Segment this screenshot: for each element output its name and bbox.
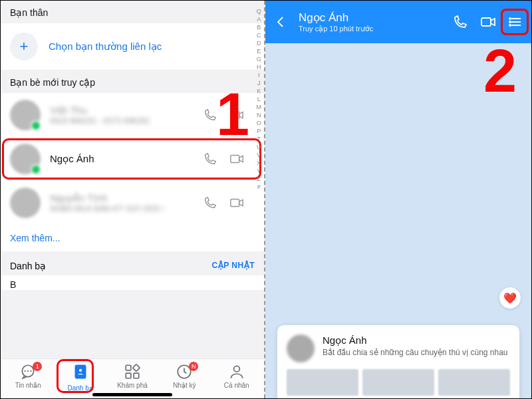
svg-rect-6 bbox=[126, 365, 131, 370]
svg-rect-8 bbox=[126, 373, 131, 378]
tab-label: Danh bạ bbox=[67, 384, 92, 392]
index-letter[interactable]: Z bbox=[257, 175, 261, 183]
chat-title: Ngọc Ánh bbox=[299, 11, 446, 25]
chat-header: Ngọc Ánh Truy cập 10 phút trước bbox=[265, 1, 531, 43]
see-more-link[interactable]: Xem thêm... bbox=[1, 225, 264, 251]
svg-point-11 bbox=[233, 366, 239, 372]
svg-rect-9 bbox=[134, 373, 139, 378]
tab-messages[interactable]: 1 Tin nhắn bbox=[5, 363, 51, 389]
svg-point-15 bbox=[509, 25, 511, 26]
index-letter[interactable]: K bbox=[257, 87, 261, 95]
letter-divider: B bbox=[1, 275, 264, 290]
tab-explore[interactable]: Khám phá bbox=[109, 363, 156, 389]
svg-rect-12 bbox=[481, 18, 491, 26]
svg-point-5 bbox=[78, 369, 81, 372]
share-thumb bbox=[362, 369, 434, 396]
avatar bbox=[10, 144, 41, 174]
video-icon[interactable] bbox=[229, 108, 244, 122]
index-letter[interactable]: A bbox=[257, 15, 261, 23]
index-letter[interactable]: P bbox=[257, 127, 261, 135]
contact-sub: NHẬN MUA BẢN KÝ GỬI SDS ! bbox=[50, 204, 194, 213]
tab-label: Nhật ký bbox=[173, 382, 196, 389]
messages-badge: 1 bbox=[33, 362, 42, 371]
video-icon[interactable] bbox=[229, 196, 244, 210]
contacts-screen: Bạn thân + Chọn bạn thường liên lạc Bạn … bbox=[1, 1, 265, 398]
chat-body: ❤️ Ngọc Ánh Bắt đầu chia sẻ những câu ch… bbox=[265, 43, 531, 398]
phone-icon[interactable] bbox=[203, 196, 217, 210]
contact-row[interactable]: Nguyễn Tính NHẬN MUA BẢN KÝ GỬI SDS ! bbox=[1, 181, 264, 225]
tab-label: Tin nhắn bbox=[15, 382, 41, 389]
section-all-contacts: Danh bạ CẬP NHẬT bbox=[1, 251, 264, 275]
explore-icon bbox=[124, 363, 141, 380]
index-letter[interactable]: C bbox=[257, 31, 261, 39]
section-recent-friends: Bạn bè mới truy cập bbox=[1, 70, 264, 93]
person-icon bbox=[228, 363, 245, 380]
avatar bbox=[287, 334, 315, 362]
plus-icon: + bbox=[10, 33, 38, 61]
contact-sub: 0919 888252 · 0373 098262 bbox=[50, 116, 194, 126]
heart-reaction[interactable]: ❤️ bbox=[499, 287, 521, 309]
svg-point-13 bbox=[509, 18, 511, 19]
index-letter[interactable]: N bbox=[257, 111, 261, 119]
index-letter[interactable]: M bbox=[257, 103, 262, 111]
video-call-button[interactable] bbox=[478, 12, 498, 32]
back-button[interactable] bbox=[271, 12, 291, 32]
chat-status: Truy cập 10 phút trước bbox=[299, 25, 446, 33]
share-thumb bbox=[438, 369, 510, 396]
tab-label: Cá nhân bbox=[224, 382, 249, 389]
index-letter[interactable]: L bbox=[257, 95, 261, 103]
alpha-index[interactable]: QABCDEGHIJKLMNOPTUVXYZ# bbox=[257, 7, 262, 191]
avatar bbox=[10, 100, 41, 130]
contact-name: Việt Thu bbox=[50, 104, 194, 116]
diary-badge: N bbox=[189, 362, 198, 371]
tab-label: Khám phá bbox=[117, 382, 148, 389]
tab-contacts[interactable]: Danh bạ bbox=[57, 363, 104, 392]
index-letter[interactable]: U bbox=[257, 143, 261, 151]
index-letter[interactable]: D bbox=[257, 39, 261, 47]
index-letter[interactable]: J bbox=[257, 79, 261, 87]
voice-call-button[interactable] bbox=[450, 12, 470, 32]
share-card[interactable]: Ngọc Ánh Bắt đầu chia sẻ những câu chuyệ… bbox=[277, 325, 519, 398]
tab-me[interactable]: Cá nhân bbox=[213, 363, 260, 389]
add-frequent-contact-row[interactable]: + Chọn bạn thường liên lạc bbox=[1, 23, 264, 70]
index-letter[interactable]: O bbox=[257, 119, 261, 127]
share-thumb bbox=[287, 369, 358, 396]
svg-point-14 bbox=[509, 21, 511, 23]
avatar bbox=[10, 188, 41, 218]
svg-rect-0 bbox=[231, 112, 239, 119]
menu-button[interactable] bbox=[506, 12, 526, 32]
phone-icon[interactable] bbox=[203, 108, 217, 122]
index-letter[interactable]: I bbox=[258, 71, 260, 79]
tab-bar: 1 Tin nhắn Danh bạ Khám phá N Nhật ký Cá… bbox=[1, 358, 264, 398]
index-letter[interactable]: G bbox=[257, 55, 261, 63]
index-letter[interactable]: V bbox=[257, 151, 261, 159]
contacts-icon bbox=[72, 363, 89, 383]
contact-name: Nguyễn Tính bbox=[50, 192, 194, 204]
index-letter[interactable]: Y bbox=[257, 167, 261, 175]
index-letter[interactable]: # bbox=[257, 183, 261, 191]
index-letter[interactable]: T bbox=[257, 135, 261, 143]
add-frequent-label: Chọn bạn thường liên lạc bbox=[49, 41, 162, 53]
home-indicator bbox=[92, 393, 172, 396]
svg-rect-1 bbox=[231, 156, 239, 163]
share-card-name: Ngọc Ánh bbox=[323, 334, 510, 346]
contact-row[interactable]: Việt Thu 0919 888252 · 0373 098262 bbox=[1, 93, 264, 137]
all-contacts-label: Danh bạ bbox=[10, 261, 46, 271]
index-letter[interactable]: H bbox=[257, 63, 261, 71]
svg-rect-7 bbox=[133, 364, 140, 372]
video-icon[interactable] bbox=[229, 152, 244, 166]
index-letter[interactable]: Q bbox=[257, 7, 261, 15]
contact-name: Ngọc Ánh bbox=[50, 153, 194, 165]
chat-screen: Ngọc Ánh Truy cập 10 phút trước ❤️ Ngọc … bbox=[265, 1, 531, 398]
svg-rect-2 bbox=[231, 200, 239, 207]
contact-row-ngoc-anh[interactable]: Ngọc Ánh bbox=[1, 137, 264, 181]
index-letter[interactable]: X bbox=[257, 159, 261, 167]
phone-icon[interactable] bbox=[203, 152, 217, 166]
share-card-sub: Bắt đầu chia sẻ những câu chuyện thú vị … bbox=[323, 348, 510, 358]
tab-diary[interactable]: N Nhật ký bbox=[161, 363, 207, 389]
section-close-friends: Bạn thân bbox=[1, 1, 264, 23]
index-letter[interactable]: B bbox=[257, 23, 261, 31]
index-letter[interactable]: E bbox=[257, 47, 261, 55]
update-link[interactable]: CẬP NHẬT bbox=[212, 261, 255, 271]
